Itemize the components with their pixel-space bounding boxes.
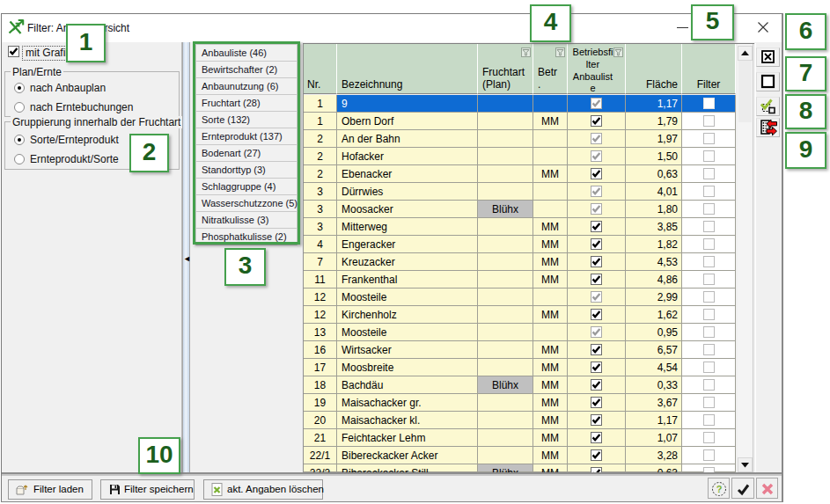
- svg-text:?: ?: [716, 484, 723, 494]
